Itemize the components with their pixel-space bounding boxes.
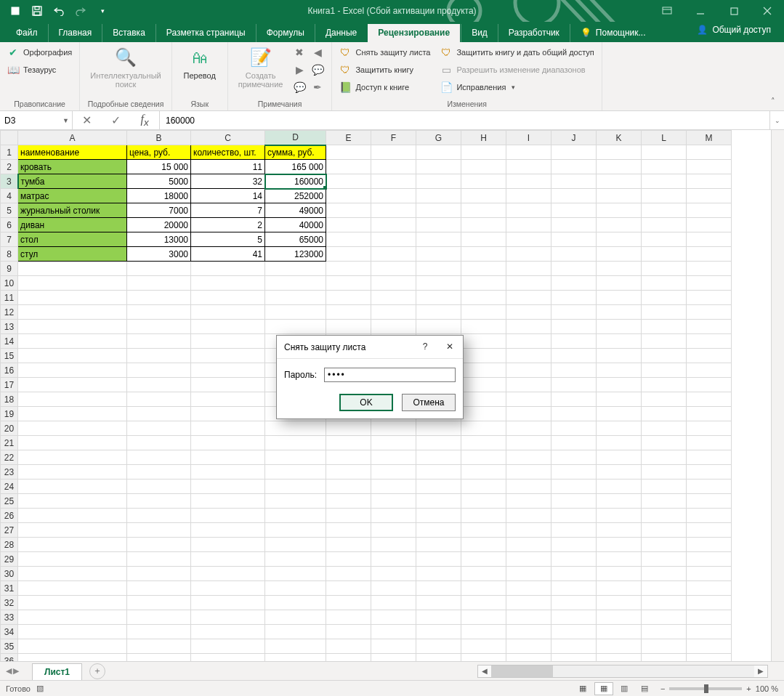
- cell[interactable]: [597, 320, 642, 334]
- cell[interactable]: [597, 334, 642, 349]
- cell[interactable]: [551, 291, 597, 305]
- cell[interactable]: [461, 174, 506, 189]
- cell[interactable]: [506, 174, 551, 189]
- cell[interactable]: [506, 509, 551, 523]
- cell[interactable]: [461, 232, 506, 247]
- cell[interactable]: [687, 392, 732, 407]
- cell[interactable]: [642, 654, 687, 662]
- horizontal-scrollbar[interactable]: ◀ ▶: [477, 665, 768, 678]
- cell[interactable]: [127, 262, 191, 276]
- cell[interactable]: [461, 494, 506, 509]
- cell[interactable]: [461, 407, 506, 421]
- cell[interactable]: [506, 189, 551, 203]
- cell[interactable]: [326, 596, 371, 610]
- protect-and-share-button[interactable]: 🛡Защитить книгу и дать общий доступ: [439, 44, 595, 61]
- hscroll-right-icon[interactable]: ▶: [754, 667, 767, 675]
- tab-nav-next-icon[interactable]: ▶: [13, 666, 19, 676]
- cell[interactable]: [18, 334, 127, 349]
- cell[interactable]: [506, 639, 551, 654]
- cell[interactable]: [506, 436, 551, 450]
- cell[interactable]: [597, 247, 642, 262]
- cell[interactable]: [642, 509, 687, 523]
- cell[interactable]: [18, 305, 127, 320]
- cell[interactable]: [642, 247, 687, 262]
- cell[interactable]: [326, 509, 371, 523]
- cell[interactable]: [416, 552, 461, 567]
- cell[interactable]: [371, 436, 416, 450]
- column-header[interactable]: M: [687, 131, 732, 145]
- tell-me[interactable]: 💡 Помощник...: [570, 24, 656, 42]
- cell[interactable]: [18, 581, 127, 596]
- cell[interactable]: [191, 392, 265, 407]
- cell[interactable]: [506, 392, 551, 407]
- cell[interactable]: [642, 392, 687, 407]
- cell[interactable]: [371, 494, 416, 509]
- cell[interactable]: [191, 349, 265, 363]
- cell[interactable]: [18, 654, 127, 662]
- cell[interactable]: цена, руб.: [127, 145, 191, 160]
- cell[interactable]: [461, 203, 506, 218]
- cell[interactable]: [191, 523, 265, 538]
- cell[interactable]: [371, 465, 416, 479]
- cell[interactable]: 40000: [265, 218, 326, 232]
- cell[interactable]: [326, 494, 371, 509]
- cell[interactable]: [18, 436, 127, 450]
- cell[interactable]: [687, 450, 732, 465]
- cell[interactable]: [127, 523, 191, 538]
- cell[interactable]: [191, 450, 265, 465]
- cell[interactable]: [461, 610, 506, 625]
- cell[interactable]: [191, 378, 265, 392]
- cell[interactable]: [506, 596, 551, 610]
- cell[interactable]: 7: [191, 203, 265, 218]
- cell[interactable]: [18, 465, 127, 479]
- hscroll-left-icon[interactable]: ◀: [478, 667, 491, 675]
- cell[interactable]: [551, 567, 597, 581]
- cell[interactable]: [265, 654, 326, 662]
- cell[interactable]: [265, 305, 326, 320]
- cell[interactable]: [687, 567, 732, 581]
- cell[interactable]: [506, 160, 551, 174]
- cell[interactable]: [265, 436, 326, 450]
- zoom-level[interactable]: 100 %: [756, 684, 778, 693]
- cell[interactable]: [642, 174, 687, 189]
- cell[interactable]: [506, 494, 551, 509]
- cell[interactable]: [416, 218, 461, 232]
- cell[interactable]: [461, 465, 506, 479]
- cell[interactable]: [326, 654, 371, 662]
- cell[interactable]: [506, 305, 551, 320]
- cell[interactable]: 160000: [265, 174, 326, 189]
- sheet-tab-nav[interactable]: ◀▶: [0, 666, 25, 676]
- cell[interactable]: [326, 436, 371, 450]
- cell[interactable]: [597, 654, 642, 662]
- cell[interactable]: [127, 610, 191, 625]
- cell[interactable]: [597, 232, 642, 247]
- cell[interactable]: [687, 436, 732, 450]
- cell[interactable]: наименование: [18, 145, 127, 160]
- cell[interactable]: [687, 378, 732, 392]
- tab-file[interactable]: Файл: [6, 24, 48, 42]
- cell[interactable]: [127, 421, 191, 436]
- cell[interactable]: [687, 494, 732, 509]
- cell[interactable]: [642, 610, 687, 625]
- cell[interactable]: [265, 538, 326, 552]
- cell[interactable]: [191, 639, 265, 654]
- column-header[interactable]: B: [127, 131, 191, 145]
- cell[interactable]: [416, 509, 461, 523]
- cell[interactable]: [597, 291, 642, 305]
- cell[interactable]: [551, 247, 597, 262]
- cell[interactable]: [191, 305, 265, 320]
- row-header[interactable]: 19: [1, 407, 18, 421]
- cell[interactable]: [687, 203, 732, 218]
- cell[interactable]: 14: [191, 189, 265, 203]
- cell[interactable]: [416, 276, 461, 291]
- cell[interactable]: [551, 465, 597, 479]
- cell[interactable]: [127, 596, 191, 610]
- minimize-button[interactable]: [684, 0, 717, 22]
- cell[interactable]: [191, 320, 265, 334]
- cell[interactable]: [551, 625, 597, 639]
- cell[interactable]: [551, 320, 597, 334]
- cell[interactable]: [642, 218, 687, 232]
- cell[interactable]: [326, 552, 371, 567]
- cell[interactable]: [416, 320, 461, 334]
- cell[interactable]: [265, 450, 326, 465]
